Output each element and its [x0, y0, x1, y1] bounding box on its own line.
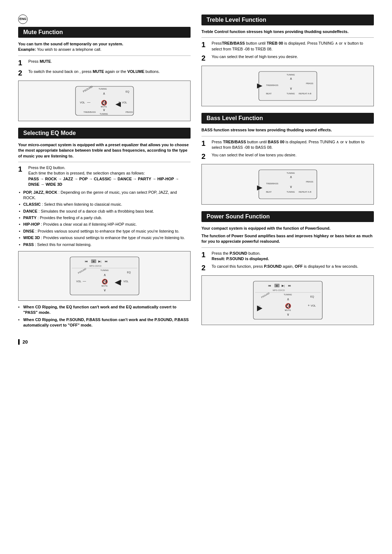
- mute-section: ENG Mute Function You can turn the sound…: [18, 15, 191, 121]
- svg-text:MP3-CD/CD: MP3-CD/CD: [89, 265, 102, 267]
- svg-text:VOL: VOL: [76, 280, 81, 283]
- mute-diagram: PSOUND TUNING EQ ∧ VOL — 🔇 MUTE + VOL: [18, 81, 191, 121]
- svg-text:∧: ∧: [289, 77, 292, 81]
- bass-title: Bass Level Function: [201, 113, 374, 124]
- svg-text:⏭: ⏭: [288, 284, 291, 287]
- svg-text:⏮: ⏮: [85, 260, 88, 263]
- svg-text:MUTE: MUTE: [285, 309, 291, 311]
- svg-text:∨: ∨: [286, 312, 289, 316]
- power-sound-title: Power Sound Function: [201, 211, 374, 222]
- mute-step2-content: To switch the sound back on , press MUTE…: [28, 69, 191, 74]
- svg-text:TREB/BASS: TREB/BASS: [266, 182, 278, 185]
- treble-step2-content: You can select the level of high tones y…: [212, 54, 374, 59]
- power-sound-step2-content: To cancel this function, press P.SOUND a…: [212, 264, 374, 269]
- eq-bullet-6: DNSE : Provides various sound settings t…: [18, 229, 191, 234]
- eq-bullet-2: CLASSIC : Select this when listening to …: [18, 202, 191, 207]
- eq-diagram-svg: ⏮ ■ ▶| ⏭ MP3-CD/CD PSOUND TUNING EQ: [68, 255, 141, 297]
- svg-text:∧: ∧: [289, 175, 292, 179]
- treble-step1-num: 1: [201, 41, 209, 49]
- svg-text:∨: ∨: [103, 288, 106, 292]
- eq-title: Selecting EQ Mode: [18, 128, 191, 139]
- mute-intro: You can turn the sound off temporarily o…: [18, 41, 191, 53]
- eq-step1: 1 Press the EQ button. Each time the but…: [18, 165, 191, 188]
- eq-intro: Your micro-compact system is equipped wi…: [18, 142, 191, 159]
- svg-text:⏮: ⏮: [268, 284, 271, 287]
- bass-step2-num: 2: [201, 152, 209, 160]
- svg-text:∨: ∨: [289, 185, 292, 189]
- svg-text:∧: ∧: [286, 297, 289, 301]
- svg-text:MUTE: MUTE: [101, 285, 107, 287]
- svg-text:▶|: ▶|: [98, 260, 101, 263]
- power-sound-section: Power Sound Function Your compact system…: [201, 211, 374, 325]
- svg-text:EQ: EQ: [127, 271, 131, 274]
- treble-step1: 1 PressTREB/BASS button until TREB 00 is…: [201, 41, 374, 52]
- left-column: ENG Mute Function You can turn the sound…: [18, 15, 191, 345]
- eq-note1: When CD Ripping, the EQ function can't w…: [18, 304, 191, 316]
- svg-text:∨: ∨: [289, 86, 292, 90]
- eq-sequence: PASS → ROCK → JAZZ → POP → CLASSIC → DAN…: [28, 177, 179, 186]
- svg-text:⏭: ⏭: [105, 260, 108, 263]
- treble-diagram-svg: TUNING ∧ TREB/BASS ∨ TUNING PBASS BEAT R…: [248, 70, 328, 102]
- svg-text:VOL: VOL: [123, 280, 128, 283]
- svg-text:PBASS: PBASS: [306, 82, 313, 85]
- bass-step1: 1 Press TREB/BASS button until BASS 00 i…: [201, 139, 374, 151]
- svg-text:🔇: 🔇: [101, 279, 108, 285]
- eng-badge: ENG: [18, 15, 28, 24]
- treble-step2: 2 You can select the level of high tones…: [201, 54, 374, 62]
- eq-bullet-5: HIP-HOP : Provides a clear vocal as if l…: [18, 222, 191, 227]
- power-sound-intro1: Your compact system is equipped with the…: [201, 226, 374, 231]
- svg-text:▶|: ▶|: [281, 284, 284, 287]
- power-sound-step1: 1 Press the P.SOUND button. Result: P.SO…: [201, 251, 374, 262]
- svg-text:—: —: [87, 100, 90, 104]
- svg-text:🔇: 🔇: [101, 100, 107, 106]
- svg-text:TUNING: TUNING: [99, 113, 108, 115]
- eq-diagram: ⏮ ■ ▶| ⏭ MP3-CD/CD PSOUND TUNING EQ: [18, 251, 191, 301]
- power-sound-diagram-svg: ⏮ ■ ▶| ⏭ MP3-CD/CD PSOUND TUNING EQ: [252, 279, 324, 321]
- svg-text:TUNING: TUNING: [286, 74, 295, 76]
- svg-text:VOL: VOL: [80, 101, 85, 104]
- svg-text:EQ: EQ: [310, 295, 314, 298]
- eq-bullet-3: DANCE : Simulates the sound of a dance c…: [18, 209, 191, 214]
- svg-text:BEAT: BEAT: [266, 191, 272, 193]
- svg-text:MP3-CD/CD: MP3-CD/CD: [273, 289, 285, 291]
- mute-example: Example: You wish to answer a telephone …: [18, 47, 101, 52]
- svg-text:TUNING: TUNING: [286, 191, 295, 193]
- svg-text:TUNING: TUNING: [286, 172, 295, 174]
- bass-diagram-svg: TUNING ∧ TREB/BASS PBASS ∨ TUNING BEAT R…: [248, 168, 328, 201]
- right-column: Treble Level Function Treble Control fun…: [201, 15, 374, 345]
- mute-step1-content: Press MUTE.: [28, 59, 191, 64]
- eq-bullet-1: POP, JAZZ, ROCK : Depending on the genre…: [18, 190, 191, 201]
- page-number: 20: [18, 339, 191, 345]
- bass-step2-content: You can select the level of low tones yo…: [212, 152, 374, 158]
- eq-bullet-4: PARTY : Provides the feeling of a party …: [18, 215, 191, 221]
- mute-step2: 2 To switch the sound back on , press MU…: [18, 69, 191, 77]
- eq-bullet-8: PASS : Select this for normal listening.: [18, 242, 191, 247]
- svg-text:TUNING: TUNING: [100, 269, 109, 271]
- mute-intro-bold: You can turn the sound off temporarily o…: [18, 42, 123, 46]
- bass-step2: 2 You can select the level of low tones …: [201, 152, 374, 160]
- svg-text:TREB/BASS: TREB/BASS: [83, 111, 96, 113]
- svg-text:∧: ∧: [103, 273, 106, 277]
- svg-text:🔇: 🔇: [285, 303, 291, 309]
- bass-step1-num: 1: [201, 139, 209, 147]
- svg-text:REPEAT A-B: REPEAT A-B: [299, 93, 311, 95]
- power-sound-diagram: ⏮ ■ ▶| ⏭ MP3-CD/CD PSOUND TUNING EQ: [201, 275, 374, 325]
- svg-text:TUNING: TUNING: [283, 294, 292, 296]
- mute-title: Mute Function: [18, 27, 191, 38]
- mute-diagram-svg: PSOUND TUNING EQ ∧ VOL — 🔇 MUTE + VOL: [65, 85, 144, 117]
- eq-section: Selecting EQ Mode Your micro-compact sys…: [18, 128, 191, 328]
- treble-intro: Treble Control function stresses high to…: [201, 29, 374, 34]
- bass-section: Bass Level Function BASS function stress…: [201, 113, 374, 205]
- eq-step1-label: Press the EQ button.: [28, 165, 65, 170]
- mute-step1-num: 1: [18, 59, 26, 67]
- svg-text:+: +: [308, 304, 310, 307]
- eq-bullets: POP, JAZZ, ROCK : Depending on the genre…: [18, 190, 191, 248]
- svg-text:BEAT: BEAT: [266, 93, 272, 95]
- power-sound-step2-num: 2: [201, 264, 209, 272]
- svg-text:∨: ∨: [102, 108, 105, 112]
- svg-text:TUNING: TUNING: [98, 88, 107, 90]
- eq-step1-content: Press the EQ button. Each time the butto…: [28, 165, 191, 188]
- power-sound-step1-content: Press the P.SOUND button. Result: P.SOUN…: [212, 251, 374, 262]
- power-sound-step2: 2 To cancel this function, press P.SOUND…: [201, 264, 374, 272]
- svg-text:∧: ∧: [102, 91, 105, 95]
